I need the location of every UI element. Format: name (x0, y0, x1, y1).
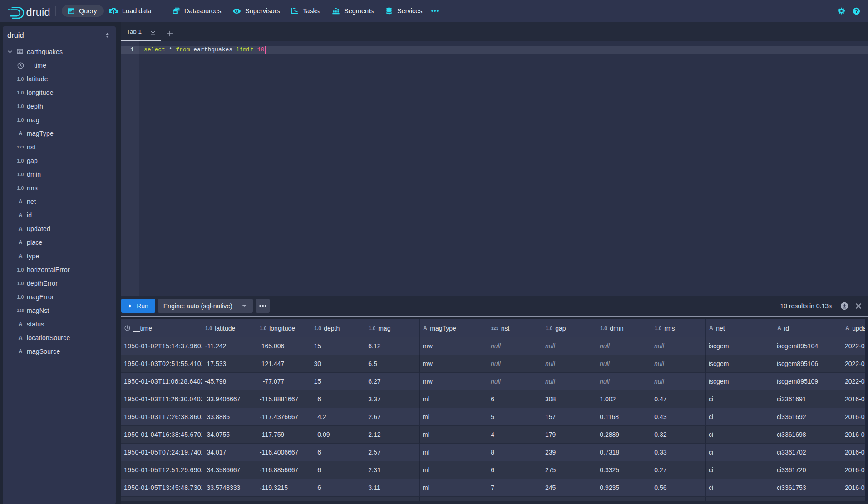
svg-text:druid: druid (26, 6, 50, 18)
